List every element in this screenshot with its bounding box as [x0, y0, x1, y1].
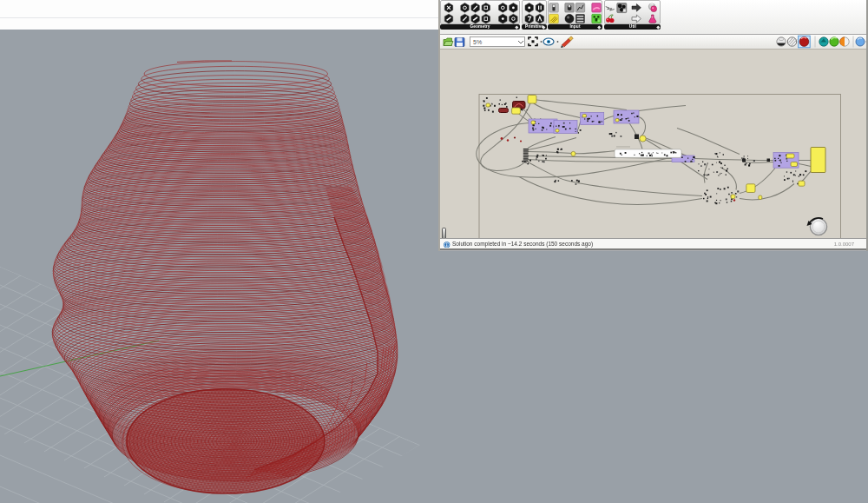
svg-text:5%: 5%: [473, 39, 482, 45]
